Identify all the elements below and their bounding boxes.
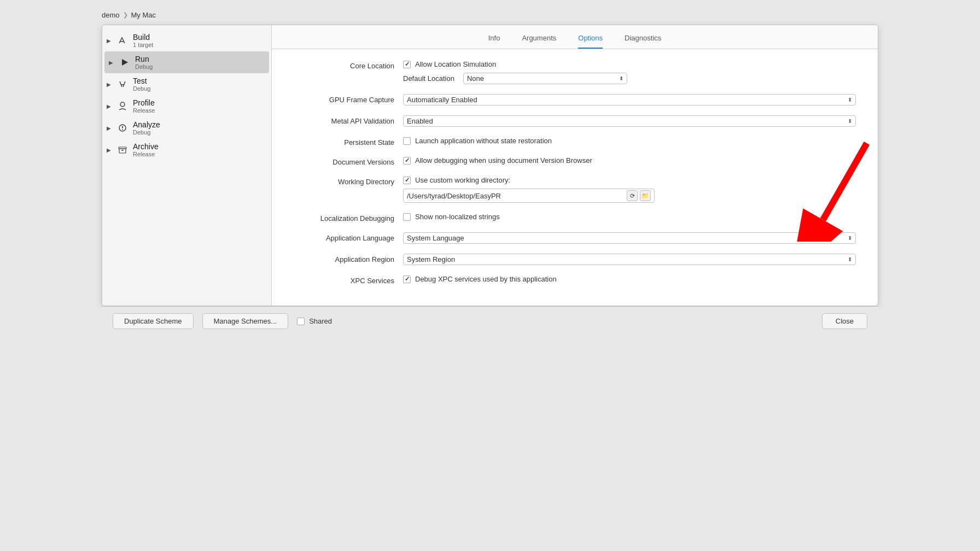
working-directory-control: Use custom working directory: ⟳ 📁 [403, 176, 856, 203]
sidebar-item-test[interactable]: ▶ Test Debug [102, 73, 271, 95]
run-item-text: Run Debug [135, 55, 153, 70]
sidebar-item-build[interactable]: ▶ Build 1 target [102, 30, 271, 51]
working-directory-label: Working Directory [294, 176, 403, 186]
test-name: Test [133, 77, 150, 85]
sidebar-item-run[interactable]: ▶ Run Debug [104, 51, 269, 73]
document-versions-label: Document Versions [294, 156, 403, 166]
app-region-select[interactable]: System Region ⬍ [403, 254, 856, 265]
working-dir-checkbox[interactable] [403, 177, 411, 184]
xpc-services-label: XPC Services [294, 275, 403, 285]
gpu-frame-capture-arrows: ⬍ [848, 97, 852, 103]
metal-api-label: Metal API Validation [294, 115, 403, 125]
app-region-arrows: ⬍ [848, 256, 852, 262]
persistent-state-label: Persistent State [294, 137, 403, 146]
profile-name: Profile [133, 98, 155, 107]
build-subtitle: 1 target [133, 42, 153, 48]
core-location-checkbox[interactable] [403, 61, 411, 68]
shared-label: Shared [309, 317, 332, 325]
gpu-frame-capture-select[interactable]: Automatically Enabled ⬍ [403, 94, 856, 105]
default-location-value: None [467, 74, 616, 83]
sidebar-item-profile[interactable]: ▶ Profile Release [102, 95, 271, 117]
tab-info[interactable]: Info [488, 32, 500, 49]
core-location-checkbox-text: Allow Location Simulation [415, 60, 496, 68]
app-region-control: System Region ⬍ [403, 254, 856, 265]
working-dir-folder-btn[interactable]: 📁 [640, 190, 651, 201]
xpc-services-text: Debug XPC services used by this applicat… [415, 275, 557, 283]
breadcrumb-chevron: ❯ [123, 11, 128, 19]
localization-checkbox-row: Show non-localized strings [403, 213, 856, 221]
default-location-row: Default Location None ⬍ [403, 73, 856, 84]
localization-text: Show non-localized strings [415, 213, 500, 221]
archive-subtitle: Release [133, 151, 159, 157]
build-icon [116, 34, 129, 46]
localization-checkbox[interactable] [403, 213, 411, 221]
working-dir-icons: ⟳ 📁 [627, 190, 651, 201]
tab-bar: Info Arguments Options Diagnostics [272, 25, 878, 49]
tab-diagnostics[interactable]: Diagnostics [625, 32, 661, 49]
svg-rect-7 [119, 149, 126, 153]
localization-control: Show non-localized strings [403, 213, 856, 221]
xpc-services-control: Debug XPC services used by this applicat… [403, 275, 856, 283]
tab-options[interactable]: Options [578, 32, 603, 49]
core-location-label: Core Location [294, 60, 403, 70]
sidebar-item-archive[interactable]: ▶ Archive Release [102, 139, 271, 161]
working-dir-path-row: ⟳ 📁 [403, 189, 856, 203]
shared-checkbox-row: Shared [297, 317, 332, 325]
main-window: ▶ Build 1 target ▶ [102, 25, 878, 306]
metal-api-select[interactable]: Enabled ⬍ [403, 115, 856, 127]
document-versions-checkbox[interactable] [403, 157, 411, 165]
gpu-frame-capture-control: Automatically Enabled ⬍ [403, 94, 856, 105]
gpu-frame-capture-value: Automatically Enabled [407, 96, 844, 104]
document-versions-row: Document Versions Allow debugging when u… [294, 156, 856, 166]
expand-arrow-profile: ▶ [107, 103, 114, 109]
shared-checkbox[interactable] [297, 318, 305, 325]
core-location-row: Core Location Allow Location Simulation … [294, 60, 856, 84]
default-location-select[interactable]: None ⬍ [463, 73, 627, 84]
app-language-label: Application Language [294, 232, 403, 242]
bottom-toolbar: Duplicate Scheme Manage Schemes... Share… [102, 306, 878, 336]
test-subtitle: Debug [133, 85, 150, 92]
archive-item-text: Archive Release [133, 142, 159, 157]
test-item-text: Test Debug [133, 77, 150, 92]
app-region-row: Application Region System Region ⬍ [294, 254, 856, 265]
persistent-state-checkbox-row: Launch application without state restora… [403, 137, 856, 145]
sidebar: ▶ Build 1 target ▶ [102, 25, 272, 306]
close-button[interactable]: Close [822, 313, 867, 329]
app-region-label: Application Region [294, 254, 403, 263]
svg-point-2 [120, 102, 125, 107]
persistent-state-row: Persistent State Launch application with… [294, 137, 856, 146]
metal-api-control: Enabled ⬍ [403, 115, 856, 127]
run-name: Run [135, 55, 153, 63]
settings-panel: Core Location Allow Location Simulation … [272, 49, 878, 306]
archive-icon [116, 144, 129, 156]
sidebar-item-analyze[interactable]: ▶ Analyze Debug [102, 117, 271, 139]
manage-schemes-button[interactable]: Manage Schemes... [202, 313, 289, 329]
profile-subtitle: Release [133, 107, 155, 114]
working-dir-sync-btn[interactable]: ⟳ [627, 190, 638, 201]
document-versions-control: Allow debugging when using document Vers… [403, 156, 856, 165]
xpc-services-checkbox[interactable] [403, 276, 411, 283]
app-language-select[interactable]: System Language ⬍ [403, 232, 856, 244]
content-area: Info Arguments Options Diagnostics Core … [272, 25, 878, 306]
localization-row: Localization Debugging Show non-localize… [294, 213, 856, 222]
expand-arrow-build: ▶ [107, 38, 114, 44]
app-language-arrows: ⬍ [848, 235, 852, 241]
xpc-services-row: XPC Services Debug XPC services used by … [294, 275, 856, 285]
gpu-frame-capture-row: GPU Frame Capture Automatically Enabled … [294, 94, 856, 105]
working-dir-input[interactable] [407, 192, 627, 200]
expand-arrow-run: ▶ [109, 60, 116, 66]
persistent-state-checkbox[interactable] [403, 137, 411, 145]
tab-arguments[interactable]: Arguments [522, 32, 556, 49]
expand-arrow-test: ▶ [107, 81, 114, 87]
analyze-icon [116, 122, 129, 134]
duplicate-scheme-button[interactable]: Duplicate Scheme [113, 313, 194, 329]
working-dir-input-container: ⟳ 📁 [403, 189, 655, 203]
profile-item-text: Profile Release [133, 98, 155, 114]
metal-api-arrows: ⬍ [848, 118, 852, 124]
build-item-text: Build 1 target [133, 33, 153, 48]
svg-point-5 [122, 129, 123, 130]
default-location-label: Default Location [403, 74, 454, 83]
breadcrumb-project[interactable]: demo [102, 11, 120, 19]
run-icon [119, 56, 131, 68]
persistent-state-control: Launch application without state restora… [403, 137, 856, 145]
